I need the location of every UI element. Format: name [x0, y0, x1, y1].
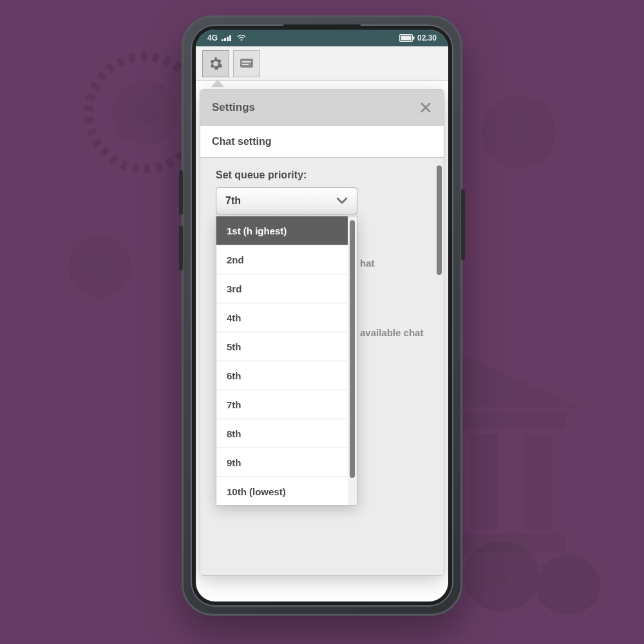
- clock-label: 02.30: [417, 33, 437, 43]
- dropdown-option[interactable]: 10th (lowest): [216, 477, 348, 505]
- panel-header: Settings: [200, 90, 444, 126]
- bg-option-text-1: hat: [360, 258, 375, 269]
- wifi-icon: [237, 35, 246, 41]
- power-button: [461, 189, 465, 260]
- svg-point-22: [241, 39, 243, 41]
- dropdown-option[interactable]: 4th: [216, 303, 348, 332]
- svg-point-3: [69, 236, 131, 299]
- screen: 4G: [196, 30, 448, 601]
- signal-icon: [222, 35, 233, 41]
- chevron-down-icon: [336, 197, 348, 205]
- close-icon[interactable]: [419, 101, 432, 114]
- svg-rect-18: [222, 39, 223, 41]
- dropdown-option[interactable]: 8th: [216, 419, 348, 448]
- svg-text:$: $: [509, 112, 528, 149]
- bg-coin-deco: $: [64, 232, 135, 303]
- svg-text:$: $: [92, 250, 108, 281]
- chat-tab-button[interactable]: [233, 50, 260, 77]
- queue-priority-label: Set queue priority:: [216, 169, 428, 181]
- panel-body: Set queue priority: 7th hat available ch…: [200, 158, 444, 575]
- queue-priority-dropdown: 1st (h ighest)2nd3rd4th5th6th7th8th9th10…: [216, 216, 357, 506]
- dropdown-list: 1st (h ighest)2nd3rd4th5th6th7th8th9th10…: [216, 216, 348, 505]
- svg-rect-27: [242, 61, 251, 62]
- toolbar: [196, 46, 448, 81]
- phone-frame: 4G: [182, 15, 462, 616]
- svg-rect-20: [227, 37, 229, 41]
- bg-option-text-2: available chat: [360, 327, 423, 338]
- battery-icon: [399, 34, 415, 42]
- svg-rect-25: [413, 37, 415, 40]
- svg-point-14: [464, 541, 539, 611]
- dropdown-option[interactable]: 2nd: [216, 245, 348, 274]
- settings-tab-button[interactable]: [202, 50, 229, 77]
- select-value: 7th: [225, 195, 241, 207]
- panel-subtitle-row: Chat setting: [200, 126, 444, 158]
- dropdown-option[interactable]: 6th: [216, 361, 348, 390]
- svg-rect-28: [242, 64, 249, 65]
- svg-rect-11: [471, 434, 498, 529]
- panel-scrollbar[interactable]: [437, 166, 442, 275]
- network-label: 4G: [207, 33, 218, 43]
- svg-rect-21: [229, 35, 231, 41]
- dropdown-option[interactable]: 5th: [216, 332, 348, 361]
- gear-icon: [208, 56, 223, 71]
- svg-rect-24: [401, 36, 411, 41]
- queue-priority-select[interactable]: 7th: [216, 187, 357, 214]
- active-tab-pointer: [211, 79, 224, 87]
- volume-up-button: [179, 170, 183, 215]
- svg-text:$: $: [562, 572, 574, 598]
- dropdown-option[interactable]: 7th: [216, 390, 348, 419]
- svg-rect-19: [224, 38, 226, 41]
- dropdown-option[interactable]: 3rd: [216, 274, 348, 303]
- svg-rect-26: [240, 59, 253, 68]
- svg-text:$: $: [493, 559, 509, 591]
- settings-panel: Settings Chat setting Set queue priority…: [200, 89, 444, 576]
- bg-dollar-deco: $: [477, 90, 560, 174]
- svg-rect-12: [525, 434, 552, 529]
- dropdown-option[interactable]: 1st (h ighest): [216, 216, 348, 245]
- dropdown-option[interactable]: 9th: [216, 448, 348, 477]
- svg-point-2: [133, 101, 157, 125]
- svg-point-1: [112, 80, 177, 145]
- svg-point-15: [536, 554, 600, 615]
- panel-subtitle: Chat setting: [212, 136, 271, 147]
- svg-point-5: [482, 95, 555, 169]
- status-bar: 4G: [196, 30, 448, 46]
- dropdown-scrollbar-track[interactable]: [348, 216, 357, 505]
- volume-down-button: [179, 225, 183, 270]
- bg-moneybags-deco: $ $: [451, 451, 618, 618]
- chat-icon: [239, 57, 254, 70]
- panel-title: Settings: [212, 101, 255, 114]
- dropdown-scrollbar-thumb[interactable]: [350, 220, 355, 478]
